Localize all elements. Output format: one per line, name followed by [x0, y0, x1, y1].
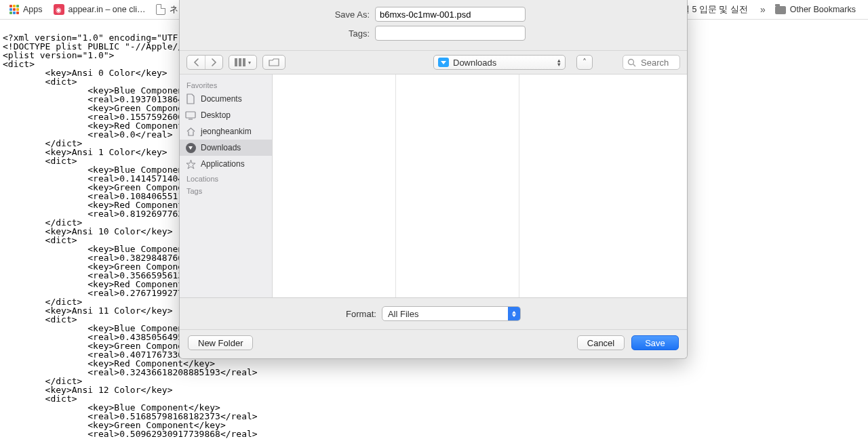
apps-grid-icon — [9, 5, 19, 14]
home-icon — [185, 126, 196, 137]
collapse-button[interactable]: ˄ — [576, 55, 593, 70]
back-button[interactable] — [187, 56, 205, 69]
bookmark-other[interactable]: Other Bookmarks — [771, 2, 860, 17]
bookmark-overflow[interactable]: » — [755, 4, 771, 15]
format-value: All Files — [388, 309, 419, 319]
svg-line-4 — [633, 64, 636, 66]
bookmark-label: Other Bookmarks — [790, 5, 856, 14]
cancel-button[interactable]: Cancel — [577, 335, 625, 350]
svg-rect-2 — [243, 58, 245, 66]
chevron-up-icon: ˄ — [583, 58, 587, 67]
sidebar-heading-locations: Locations — [180, 172, 272, 184]
sidebar-heading-favorites: Favorites — [180, 79, 272, 91]
downloads-folder-icon — [438, 58, 449, 67]
location-label: Downloads — [453, 58, 496, 68]
sidebar-item-downloads[interactable]: Downloads — [180, 140, 272, 156]
save-dialog: Save As: Tags: ▾ Download — [179, 0, 688, 359]
format-row: Format: All Files — [180, 298, 687, 330]
sidebar-item-label: Documents — [201, 94, 242, 104]
select-caret-icon — [508, 307, 520, 320]
file-browser: Favorites Documents Desktop jeongheankim — [180, 75, 687, 298]
bookmark-right[interactable]: 벨 5 입문 및 실전 — [677, 1, 752, 18]
sidebar-item-label: jeongheankim — [201, 127, 252, 136]
search-icon — [627, 58, 636, 67]
sidebar-heading-tags: Tags — [180, 184, 272, 196]
sidebar-item-label: Applications — [201, 159, 245, 169]
new-folder-button[interactable]: New Folder — [188, 335, 253, 350]
sidebar-item-documents[interactable]: Documents — [180, 91, 272, 107]
dialog-toolbar: ▾ Downloads ▴▾ ˄ — [180, 50, 687, 75]
tags-label: Tags: — [189, 28, 375, 39]
search-input[interactable] — [639, 57, 675, 68]
forward-button[interactable] — [205, 56, 222, 69]
format-label: Format: — [346, 309, 376, 319]
bookmark-label: 벨 5 입문 및 실전 — [681, 4, 748, 16]
bookmark-label: Apps — [23, 5, 43, 14]
svg-rect-1 — [239, 58, 241, 66]
chevron-right-icon — [211, 58, 217, 66]
action-button[interactable] — [262, 55, 285, 70]
bookmark-apps[interactable]: Apps — [5, 2, 47, 17]
sidebar-item-home[interactable]: jeongheankim — [180, 123, 272, 140]
nav-segment — [186, 55, 223, 70]
bookmark-label: appear.in – one cli… — [68, 5, 146, 14]
svg-point-3 — [629, 59, 634, 64]
svg-rect-0 — [235, 58, 237, 66]
folder-outline-icon — [269, 58, 279, 66]
camera-icon: ◉ — [54, 4, 64, 15]
sidebar-item-label: Desktop — [201, 110, 231, 120]
page-icon — [156, 4, 165, 15]
desktop-icon — [185, 110, 196, 121]
sidebar-item-label: Downloads — [201, 143, 241, 152]
search-field[interactable] — [623, 55, 680, 70]
dialog-header: Save As: Tags: — [180, 0, 687, 50]
folder-icon — [775, 6, 786, 14]
tags-input[interactable] — [375, 26, 526, 41]
file-column-2[interactable] — [396, 75, 519, 297]
location-dropdown[interactable]: Downloads ▴▾ — [433, 55, 566, 70]
format-select[interactable]: All Files — [382, 306, 521, 321]
bookmark-appearin[interactable]: ◉ appear.in – one cli… — [50, 1, 150, 18]
column-view[interactable] — [273, 75, 687, 297]
save-as-input[interactable] — [375, 7, 526, 22]
downloads-icon — [185, 142, 196, 153]
sidebar: Favorites Documents Desktop jeongheankim — [180, 75, 273, 297]
sort-caret-icon: ▴▾ — [557, 58, 561, 66]
file-column-3[interactable] — [519, 75, 687, 297]
save-button[interactable]: Save — [631, 335, 679, 350]
svg-rect-5 — [186, 112, 195, 118]
save-as-label: Save As: — [189, 9, 375, 20]
columns-view-icon — [235, 58, 247, 66]
sidebar-item-applications[interactable]: Applications — [180, 156, 272, 172]
view-segment[interactable]: ▾ — [229, 55, 257, 70]
applications-icon — [185, 159, 196, 169]
documents-icon — [185, 93, 196, 104]
chevron-left-icon — [193, 58, 199, 66]
file-column-1[interactable] — [273, 75, 396, 297]
sidebar-item-desktop[interactable]: Desktop — [180, 107, 272, 123]
dialog-footer: New Folder Cancel Save — [180, 330, 687, 358]
